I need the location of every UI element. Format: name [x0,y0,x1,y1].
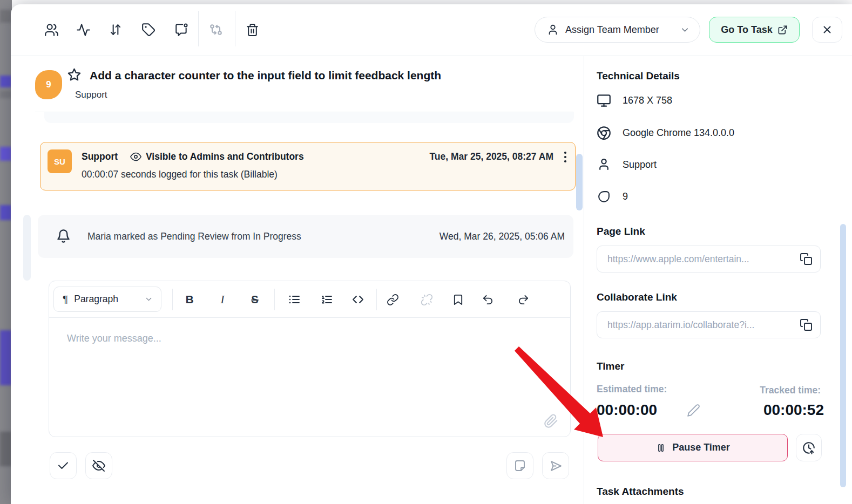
kebab-icon [559,150,572,165]
code-icon [351,293,364,306]
editor-toolbar: ¶ Paragraph B I S [49,281,570,318]
close-icon [821,24,833,36]
git-compare-icon [209,23,223,37]
editor-divider [376,289,377,310]
comment-timestamp: Tue, Mar 25, 2025, 08:27 AM [429,151,553,162]
comments-button[interactable] [170,18,193,42]
copy-icon [800,253,813,265]
activity-timestamp: Wed, Mar 26, 2025, 05:06 AM [439,231,565,242]
assignees-button[interactable] [39,18,63,42]
tag-button[interactable] [137,18,160,42]
undo-button[interactable] [478,290,497,309]
squircle-icon [597,190,611,203]
copy-collaborate-link-button[interactable] [800,318,813,331]
message-placeholder: Write your message... [67,333,161,344]
monitor-icon [597,93,611,108]
block-type-label: Paragraph [74,294,118,305]
message-input[interactable]: Write your message... [49,318,570,438]
compare-button[interactable] [204,18,228,42]
message-editor: ¶ Paragraph B I S [49,281,571,437]
redo-button[interactable] [513,290,533,309]
collaborate-link-input[interactable]: https://app.atarim.io/collaborate?i... [597,311,821,338]
pane-scrollbar[interactable] [23,215,31,281]
paperclip-icon [544,414,558,428]
code-button[interactable] [348,290,368,309]
external-link-icon [777,25,788,35]
send-message-button[interactable] [542,452,569,479]
comment-menu-button[interactable] [559,150,572,167]
bold-icon: B [185,293,193,306]
link-button[interactable] [383,290,402,309]
pause-timer-button[interactable]: Pause Timer [598,434,788,461]
background-app [0,0,12,504]
strikethrough-button[interactable]: S [245,290,265,309]
note-button[interactable] [506,452,533,479]
header-divider [11,56,852,56]
mark-complete-button[interactable] [50,452,77,479]
sort-button[interactable] [104,18,127,42]
eye-off-icon [92,459,105,472]
time-log-comment-card: SU Support Visible to Admins and Contrib… [40,142,576,190]
resolution-value: 1678 X 758 [623,95,672,106]
redo-icon [517,294,530,306]
note-icon [513,459,526,472]
chrome-icon [597,126,611,140]
chevron-down-icon [144,295,153,304]
page-link-input[interactable]: https://www.apple.com/entertain... [597,246,821,273]
browser-value: Google Chrome 134.0.0.0 [623,127,734,139]
go-to-task-label: Go To Task [721,24,772,36]
task-project-label: Support [75,90,107,100]
block-type-dropdown[interactable]: ¶ Paragraph [53,287,161,312]
estimated-time-value: 00:00:00 [597,401,657,419]
bookmark-icon [452,294,464,306]
sidebar-scrollbar[interactable] [840,224,846,487]
unlink-icon [421,294,433,306]
close-modal-button[interactable] [812,17,842,43]
ordered-list-button[interactable] [317,290,336,309]
avatar: SU [48,149,72,173]
attach-file-button[interactable] [544,414,558,428]
check-icon [57,459,70,472]
collaborate-link-label: Collaborate Link [597,291,677,303]
ordered-list-icon [320,293,333,306]
comments-scrollbar[interactable] [576,154,583,210]
person-icon [597,158,611,171]
bell-icon [56,229,71,243]
edit-estimate-button[interactable] [687,404,700,417]
activity-button[interactable] [71,18,95,42]
page-link-url: https://www.apple.com/entertain... [607,254,800,265]
internal-note-toggle-button[interactable] [85,452,112,479]
pilcrow-icon: ¶ [63,294,68,305]
page-link-label: Page Link [597,226,645,237]
assign-team-member-button[interactable]: Assign Team Member [535,17,700,43]
chevron-down-icon [680,25,690,35]
timer-title: Timer [597,360,624,372]
editor-divider [172,289,173,310]
activity-row: Maria marked as Pending Review from In P… [38,215,573,258]
go-to-task-button[interactable]: Go To Task [709,17,800,43]
delete-task-button[interactable] [240,18,264,42]
copy-page-link-button[interactable] [800,253,813,265]
task-attachments-title: Task Attachments [597,486,684,498]
favorite-star-button[interactable] [67,67,82,82]
pencil-icon [687,404,700,417]
eye-icon [130,151,141,162]
undo-icon [482,294,494,306]
tracked-time-value: 00:00:52 [763,401,824,419]
bullet-list-button[interactable] [285,290,304,309]
italic-button[interactable]: I [213,290,232,309]
unlink-button[interactable] [417,290,436,309]
sidebar-divider [584,56,584,504]
bold-button[interactable]: B [180,290,199,309]
bullet-list-icon [288,293,301,306]
partial-comment-card [44,112,574,123]
toolbar-divider [198,11,199,46]
toolbar-divider [235,11,235,46]
trash-icon [246,23,259,37]
comment-dot-icon [174,23,188,37]
sort-arrows-icon [109,23,123,37]
bookmark-button[interactable] [448,290,468,309]
technical-details-title: Technical Details [597,70,680,82]
assign-team-member-label: Assign Team Member [565,24,659,36]
log-time-button[interactable] [796,434,822,461]
